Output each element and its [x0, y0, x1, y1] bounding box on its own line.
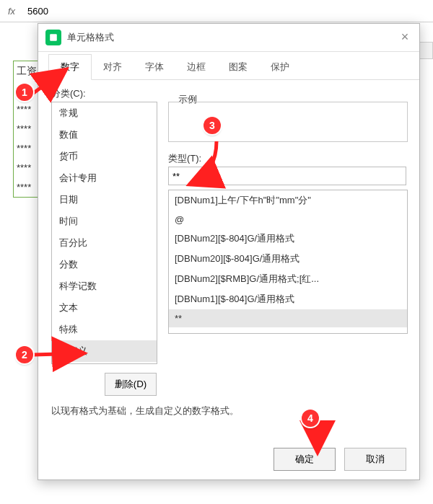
cell-format-dialog: 单元格格式 × 数字 对齐 字体 边框 图案 保护 分类(C): 常规 数值 货… — [38, 23, 420, 480]
category-item-date[interactable]: 日期 — [52, 189, 157, 211]
type-input[interactable] — [168, 167, 406, 185]
fx-label: fx — [0, 6, 23, 17]
category-item-time[interactable]: 时间 — [52, 211, 157, 232]
format-entry[interactable]: [DBNum1]上午/下午h"时"mm"分" — [169, 190, 407, 211]
cancel-button[interactable]: 取消 — [344, 448, 406, 471]
category-label: 分类(C): — [51, 87, 406, 100]
category-item-percentage[interactable]: 百分比 — [52, 232, 157, 254]
close-icon[interactable]: × — [398, 30, 412, 45]
svg-rect-0 — [50, 34, 57, 41]
dialog-titlebar: 单元格格式 × — [38, 24, 419, 52]
category-item-fraction[interactable]: 分数 — [52, 254, 157, 275]
wps-app-icon — [45, 30, 61, 45]
category-item-special[interactable]: 特殊 — [52, 319, 157, 340]
delete-format-button[interactable]: 删除(D) — [105, 373, 157, 396]
category-item-currency[interactable]: 货币 — [52, 146, 157, 167]
format-entry[interactable]: [DBNum2][$RMB]G/通用格式;[红... — [169, 269, 407, 289]
formula-bar-input[interactable] — [23, 3, 433, 19]
category-item-general[interactable]: 常规 — [52, 102, 157, 124]
tab-font[interactable]: 字体 — [134, 55, 175, 79]
tab-protect[interactable]: 保护 — [259, 55, 301, 79]
tab-strip: 数字 对齐 字体 边框 图案 保护 — [38, 52, 419, 80]
format-entry[interactable]: [DBNum2][$-804]G/通用格式 — [169, 229, 407, 249]
format-entry[interactable]: @ — [169, 211, 407, 229]
tab-alignment[interactable]: 对齐 — [92, 55, 134, 79]
tab-number[interactable]: 数字 — [48, 54, 92, 80]
category-item-custom[interactable]: 自定义 — [52, 340, 157, 362]
dialog-title: 单元格格式 — [67, 31, 398, 44]
format-entry[interactable]: ** — [169, 309, 407, 327]
tab-pattern[interactable]: 图案 — [217, 55, 259, 79]
annotation-callout-1: 1 — [16, 84, 33, 101]
category-item-number[interactable]: 数值 — [52, 124, 157, 146]
format-entry[interactable]: [DBNum20][$-804]G/通用格式 — [169, 249, 407, 269]
format-listbox[interactable]: [DBNum1]上午/下午h"时"mm"分" @ [DBNum2][$-804]… — [168, 190, 408, 334]
tab-border[interactable]: 边框 — [175, 55, 217, 79]
category-item-text[interactable]: 文本 — [52, 297, 157, 319]
annotation-callout-2: 2 — [16, 346, 33, 363]
hint-text: 以现有格式为基础，生成自定义的数字格式。 — [51, 404, 239, 417]
format-entry[interactable]: [DBNum1][$-804]G/通用格式 — [169, 289, 407, 309]
annotation-callout-3: 3 — [204, 117, 221, 134]
annotation-callout-4: 4 — [302, 410, 319, 427]
category-item-scientific[interactable]: 科学记数 — [52, 275, 157, 297]
type-label: 类型(T): — [168, 152, 201, 165]
category-item-accounting[interactable]: 会计专用 — [52, 167, 157, 189]
category-listbox[interactable]: 常规 数值 货币 会计专用 日期 时间 百分比 分数 科学记数 文本 特殊 自定… — [51, 102, 157, 364]
ok-button[interactable]: 确定 — [274, 448, 336, 471]
